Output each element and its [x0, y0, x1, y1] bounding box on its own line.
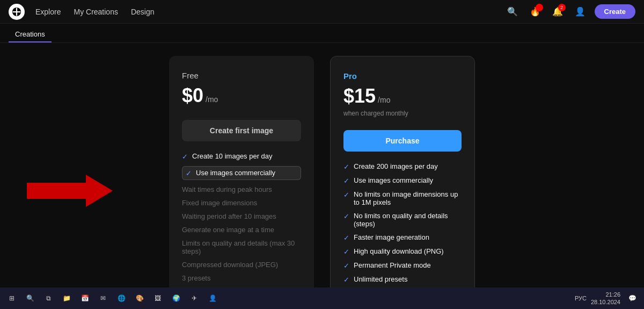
pro-plan-features: ✓ Create 200 images per day ✓ Use images…	[343, 162, 462, 298]
navbar: Explore My Creations Design 🔍 🔥 🔔 2 👤 Cr…	[0, 0, 644, 24]
taskbar-right: РУС 21:26 28.10.2024 💬	[575, 291, 640, 306]
check-icon: ✓	[343, 163, 349, 171]
navbar-my-creations[interactable]: My Creations	[74, 8, 118, 16]
feature-item: Wait times during peak hours	[182, 185, 301, 193]
check-icon: ✓	[343, 191, 349, 199]
feature-item: ✓ Use images commercially	[343, 176, 462, 185]
check-icon: ✓	[343, 212, 349, 220]
check-icon: ✓	[182, 153, 188, 161]
pro-plan-label: Pro	[343, 71, 462, 81]
feature-item: ✓ No limits on quality and details (step…	[343, 212, 462, 228]
free-plan-card: Free $0/mo Create first image ✓ Create 1…	[169, 56, 314, 309]
taskbar-browser[interactable]: 🌍	[169, 291, 184, 306]
pro-plan-subtext: when charged monthly	[343, 110, 462, 117]
feature-text: Wait times during peak hours	[182, 185, 272, 193]
feature-item: ✓ Faster image generation	[343, 233, 462, 242]
feature-text: Generate one image at a time	[182, 226, 274, 234]
user-avatar[interactable]: 👤	[572, 4, 588, 20]
free-plan-button[interactable]: Create first image	[182, 120, 301, 141]
feature-item: ✓ High quality download (PNG)	[343, 247, 462, 256]
feature-text: Compressed download (JPEG)	[182, 261, 278, 269]
feature-item-highlighted: ✓ Use images commercially	[182, 166, 301, 180]
free-plan-label: Free	[182, 71, 301, 80]
feature-text: Limits on quality and details (max 30 st…	[182, 239, 301, 255]
taskbar-user[interactable]: 👤	[205, 291, 220, 306]
navbar-design[interactable]: Design	[131, 8, 155, 16]
taskbar-telegram[interactable]: ✈	[187, 291, 202, 306]
taskbar-file-explorer[interactable]: 📁	[59, 291, 74, 306]
feature-text: High quality download (PNG)	[354, 247, 444, 255]
create-button[interactable]: Create	[595, 4, 635, 19]
free-plan-features: ✓ Create 10 images per day ✓ Use images …	[182, 152, 301, 296]
pro-plan-button[interactable]: Purchase	[343, 130, 462, 152]
taskbar-clock: 21:26 28.10.2024	[591, 291, 620, 306]
pro-plan-card: Pro $15/mo when charged monthly Purchase…	[330, 56, 475, 309]
feature-item: ✓ No limits on image dimensions up to 1M…	[343, 190, 462, 206]
taskbar-lang: РУС	[575, 295, 587, 301]
taskbar-photo[interactable]: 🖼	[150, 291, 165, 306]
taskbar-notification-center[interactable]: 💬	[625, 291, 640, 306]
notifications-icon[interactable]: 🔥	[527, 4, 543, 20]
check-icon: ✓	[343, 248, 349, 256]
taskbar-calendar[interactable]: 📅	[77, 291, 92, 306]
pro-plan-price: $15/mo	[343, 85, 462, 107]
feature-item: 3 presets	[182, 274, 301, 282]
main-content: Free $0/mo Create first image ✓ Create 1…	[0, 43, 644, 309]
feature-text: No limits on quality and details (steps)	[354, 212, 462, 228]
feature-text: Use images commercially	[354, 176, 433, 184]
feature-item: Generate one image at a time	[182, 226, 301, 234]
notification-badge	[536, 4, 543, 11]
feature-item: Compressed download (JPEG)	[182, 261, 301, 269]
navbar-right: 🔍 🔥 🔔 2 👤 Create	[504, 4, 635, 20]
taskbar-task-view[interactable]: ⧉	[41, 291, 56, 306]
feature-item: Limits on quality and details (max 30 st…	[182, 239, 301, 255]
check-icon: ✓	[343, 276, 349, 284]
arrow-annotation	[27, 175, 113, 207]
tabs-bar: Creations	[0, 24, 644, 43]
feature-text: Use images commercially	[196, 169, 275, 177]
tab-creations[interactable]: Creations	[9, 27, 52, 42]
feature-item: ✓ Create 10 images per day	[182, 152, 301, 161]
free-plan-price: $0/mo	[182, 84, 301, 107]
feature-item: Fixed image dimensions	[182, 199, 301, 207]
check-icon: ✓	[186, 169, 192, 177]
feature-item: Waiting period after 10 images	[182, 212, 301, 220]
app-logo[interactable]	[9, 4, 25, 20]
taskbar-start[interactable]: ⊞	[4, 291, 19, 306]
feature-text: Create 10 images per day	[192, 152, 273, 160]
feature-text: Unlimited presets	[354, 275, 407, 283]
feature-text: Create 200 images per day	[354, 162, 438, 170]
feature-text: Faster image generation	[354, 233, 429, 241]
alerts-badge: 2	[558, 4, 566, 11]
feature-text: Waiting period after 10 images	[182, 212, 276, 220]
taskbar: ⊞ 🔍 ⧉ 📁 📅 ✉ 🌐 🎨 🖼 🌍 ✈ 👤 РУС 21:26 28.10.…	[0, 288, 644, 309]
taskbar-search[interactable]: 🔍	[23, 291, 38, 306]
taskbar-edge[interactable]: 🌐	[114, 291, 129, 306]
taskbar-mail[interactable]: ✉	[96, 291, 111, 306]
feature-item: ✓ Unlimited presets	[343, 275, 462, 284]
check-icon: ✓	[343, 262, 349, 270]
check-icon: ✓	[343, 234, 349, 242]
feature-text: 3 presets	[182, 274, 210, 282]
search-icon[interactable]: 🔍	[504, 4, 521, 20]
feature-text: No limits on image dimensions up to 1M p…	[354, 190, 462, 206]
check-icon: ✓	[343, 177, 349, 185]
navbar-links: Explore My Creations Design	[35, 8, 155, 16]
taskbar-paint[interactable]: 🎨	[132, 291, 147, 306]
feature-text: Permanent Private mode	[354, 261, 431, 269]
svg-marker-1	[27, 175, 113, 207]
feature-text: Fixed image dimensions	[182, 199, 257, 207]
navbar-explore[interactable]: Explore	[35, 8, 61, 16]
feature-item: ✓ Permanent Private mode	[343, 261, 462, 270]
alerts-icon[interactable]: 🔔 2	[550, 4, 566, 20]
feature-item: ✓ Create 200 images per day	[343, 162, 462, 171]
